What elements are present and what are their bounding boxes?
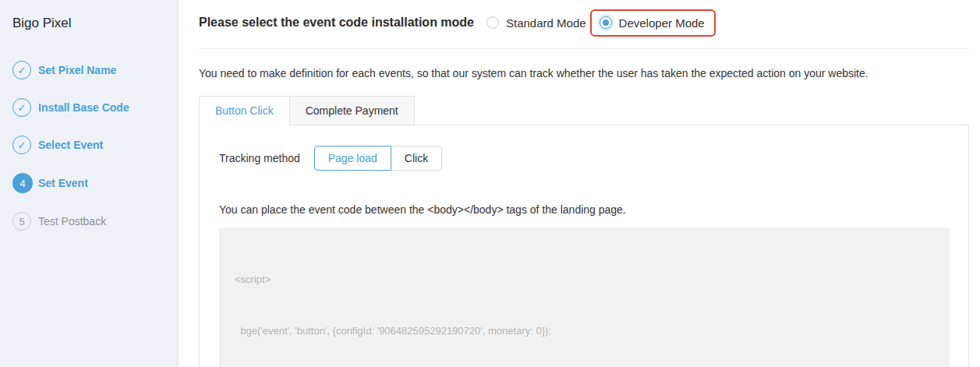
events-description: You need to make definition for each eve… [199,67,969,79]
tracking-method-row: Tracking method Page load Click [219,146,950,171]
wizard-sidebar: Bigo Pixel ✓ Set Pixel Name ✓ Install Ba… [0,0,179,367]
check-icon: ✓ [12,98,31,117]
step-number-badge: 5 [12,212,31,231]
radio-label: Developer Mode [619,16,705,30]
step-label: Test Postback [38,215,106,228]
tracking-method-segmented-control: Page load Click [314,146,442,171]
sidebar-step-set-pixel-name[interactable]: ✓ Set Pixel Name [12,61,165,79]
step-label: Install Base Code [38,101,129,114]
radio-selected-icon[interactable] [600,16,612,29]
tab-complete-payment[interactable]: Complete Payment [289,96,415,125]
radio-standard-mode[interactable]: Standard Mode [486,16,586,30]
event-config-panel: Tracking method Page load Click You can … [199,125,969,367]
app-window: Bigo Pixel ✓ Set Pixel Name ✓ Install Ba… [0,0,980,367]
header-divider [199,48,969,49]
code-placement-instruction: You can place the event code between the… [219,203,950,216]
step-label: Set Event [38,177,88,189]
sidebar-step-select-event[interactable]: ✓ Select Event [12,136,165,154]
tracking-option-click[interactable]: Click [391,146,442,171]
developer-mode-highlight-box: Developer Mode [590,9,716,37]
app-title: Bigo Pixel [12,16,165,31]
radio-developer-mode[interactable]: Developer Mode [600,16,705,30]
check-icon: ✓ [12,136,31,154]
sidebar-step-set-event[interactable]: 4 Set Event [12,173,165,193]
radio-label: Standard Mode [506,16,586,30]
tab-button-click[interactable]: Button Click [199,96,290,125]
check-icon: ✓ [12,61,31,79]
main-content: Please select the event code installatio… [179,0,980,367]
step-label: Select Event [38,139,103,151]
event-tabs: Button Click Complete Payment [199,96,969,125]
code-line: <script> [235,271,934,288]
sidebar-step-test-postback[interactable]: 5 Test Postback [12,212,165,231]
step-label: Set Pixel Name [38,64,116,76]
step-number-badge: 4 [12,173,33,193]
radio-dot [603,19,609,26]
tracking-method-label: Tracking method [219,152,300,164]
tracking-option-page-load[interactable]: Page load [314,146,391,171]
radio-unselected-icon[interactable] [486,16,499,29]
event-code-snippet: <script> bge('event', 'button', {configI… [219,228,950,367]
sidebar-step-install-base-code[interactable]: ✓ Install Base Code [12,98,165,117]
code-line: bge('event', 'button', {configId: '90648… [235,323,934,340]
page-title: Please select the event code installatio… [199,16,474,30]
installation-mode-row: Please select the event code installatio… [199,6,969,39]
